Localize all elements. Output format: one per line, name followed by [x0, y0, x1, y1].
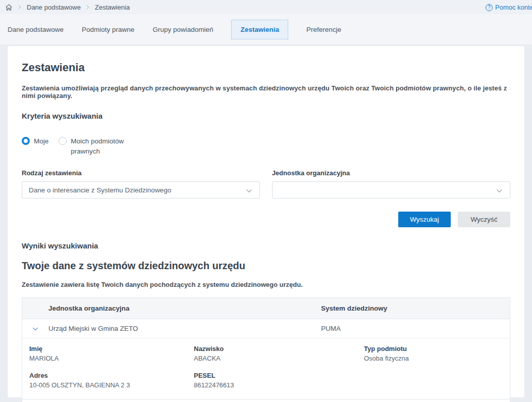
main-panel: Zestawienia Zestawienia umożliwiają prze… — [7, 45, 525, 398]
radio-selected-icon[interactable] — [22, 137, 30, 145]
chevron-down-icon — [495, 186, 504, 196]
detail-value: ABACKA — [194, 355, 364, 362]
column-header-jednostka: Jednostka organizacyjna — [48, 305, 321, 312]
home-icon[interactable] — [5, 4, 13, 11]
detail-value: 86122476613 — [194, 381, 364, 389]
detail-empty-cell — [364, 372, 510, 389]
clear-button[interactable]: Wyczyść — [458, 212, 510, 227]
detail-value: MARIOLA — [29, 355, 194, 362]
detail-nazwisko: Nazwisko ABACKA — [194, 345, 364, 362]
detail-label: Adres — [29, 372, 194, 379]
row-details: Imię MARIOLA Nazwisko ABACKA Typ podmiot… — [22, 338, 510, 399]
breadcrumb-item-dane-podstawowe[interactable]: Dane podstawowe — [27, 4, 81, 11]
page-description: Zestawienia umożliwiają przegląd danych … — [22, 84, 510, 99]
tab-zestawienia[interactable]: Zestawienia — [231, 20, 288, 39]
detail-label: Nazwisko — [194, 345, 364, 353]
help-link-label: Pomoc konte — [495, 4, 532, 11]
chevron-down-icon — [245, 186, 253, 196]
report-type-value: Dane o interesancie z Systemu Dziedzinow… — [29, 186, 171, 194]
table-row[interactable]: Urząd Miejski w Gmina ZETO_2 REDSOFT — [22, 399, 510, 402]
top-bar: Dane podstawowe Zestawienia ? Pomoc kont… — [0, 0, 532, 44]
report-type-label: Rodzaj zestawienia — [22, 169, 260, 177]
detail-pesel: PESEL 86122476613 — [194, 372, 364, 389]
org-unit-label: Jednostka organizacyjna — [272, 169, 510, 177]
page-title: Zestawienia — [22, 61, 510, 74]
results-heading: Wyniki wyszukiwania — [22, 241, 510, 250]
detail-typ-podmiotu: Typ podmiotu Osoba fizyczna — [364, 345, 510, 362]
breadcrumb: Dane podstawowe Zestawienia — [0, 0, 532, 14]
radio-moje[interactable]: Moje — [22, 136, 48, 146]
results-title: Twoje dane z systemów dziedzinowych urzę… — [22, 260, 510, 272]
collapse-row-icon[interactable] — [22, 325, 48, 333]
question-circle-icon: ? — [486, 4, 493, 11]
tab-preferencje[interactable]: Preferencje — [306, 26, 341, 33]
radio-moje-label: Moje — [34, 136, 48, 146]
tab-grupy-powiadomien[interactable]: Grupy powiadomień — [152, 26, 213, 33]
table-row[interactable]: Urząd Miejski w Gmina ZETO PUMA — [22, 319, 510, 338]
table-header-row: Jednostka organizacyjna System dziedzino… — [22, 298, 510, 319]
results-description: Zestawienie zawiera listę Twoich danych … — [22, 281, 510, 288]
context-help-link[interactable]: ? Pomoc konte — [486, 4, 532, 11]
row-system: PUMA — [321, 325, 510, 332]
row-unit: Urząd Miejski w Gmina ZETO — [48, 325, 321, 332]
tab-dane-podstawowe[interactable]: Dane podstawowe — [8, 26, 64, 33]
report-type-select[interactable]: Dane o interesancie z Systemu Dziedzinow… — [22, 181, 260, 198]
column-header-system: System dziedzinowy — [321, 305, 510, 312]
org-unit-select[interactable] — [272, 181, 510, 198]
detail-imie: Imię MARIOLA — [29, 345, 194, 362]
radio-moich-podmiotow[interactable]: Moich podmiotów prawnych — [59, 136, 134, 156]
detail-label: Typ podmiotu — [364, 345, 510, 353]
tab-bar: Dane podstawowe Podmioty prawne Grupy po… — [0, 18, 532, 41]
detail-adres: Adres 10-005 OLSZTYN, BAGIENNA 2 3 — [29, 372, 194, 389]
detail-label: Imię — [29, 345, 194, 353]
search-button[interactable]: Wyszukaj — [398, 212, 451, 227]
tab-podmioty-prawne[interactable]: Podmioty prawne — [82, 26, 134, 33]
criteria-heading: Kryteria wyszukiwania — [22, 112, 510, 120]
detail-value: Osoba fizyczna — [364, 355, 510, 362]
radio-unselected-icon[interactable] — [59, 137, 67, 145]
chevron-right-icon — [85, 5, 90, 10]
breadcrumb-item-zestawienia[interactable]: Zestawienia — [95, 4, 130, 11]
detail-value: 10-005 OLSZTYN, BAGIENNA 2 3 — [29, 381, 194, 389]
search-form: Rodzaj zestawienia Dane o interesancie z… — [22, 169, 510, 198]
detail-label: PESEL — [194, 372, 364, 379]
results-table: Jednostka organizacyjna System dziedzino… — [22, 297, 510, 402]
form-actions: Wyszukaj Wyczyść — [22, 212, 510, 227]
chevron-right-icon — [17, 5, 22, 10]
radio-moich-podmiotow-label: Moich podmiotów prawnych — [71, 136, 134, 156]
scope-radio-group: Moje Moich podmiotów prawnych — [22, 136, 510, 156]
